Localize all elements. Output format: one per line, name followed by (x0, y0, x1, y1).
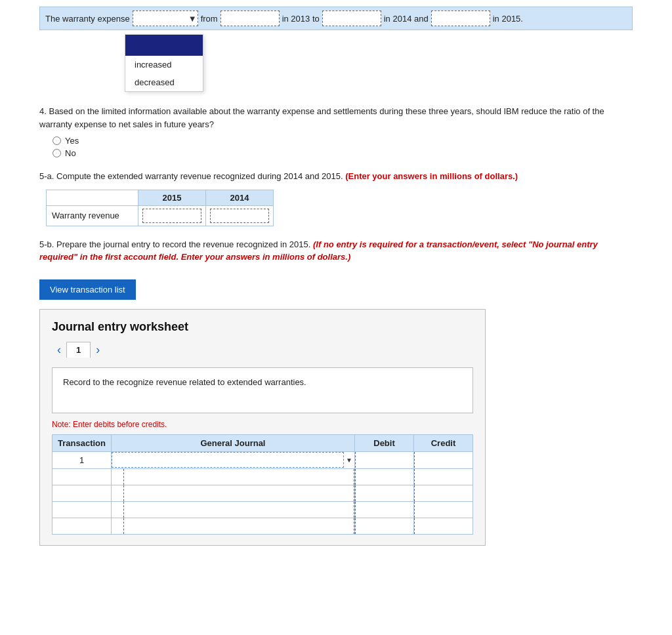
credit-cell-1 (414, 451, 473, 468)
warranty-revenue-2015-input[interactable] (142, 209, 201, 223)
question5b-text: 5-b. Prepare the journal entry to record… (39, 238, 633, 264)
question5b-section: 5-b. Prepare the journal entry to record… (39, 238, 633, 546)
dropdown-item-decreased[interactable]: decreased (125, 73, 203, 91)
radio-no[interactable] (52, 149, 61, 157)
journal-account-cell-3 (112, 485, 355, 501)
page-nav: ‹ 1 › (52, 342, 473, 358)
sentence-in2014and: in 2014 and (384, 14, 429, 24)
warranty-change-select[interactable]: increased decreased (133, 10, 198, 26)
col-2015: 2015 (138, 190, 206, 205)
table-row (52, 518, 473, 534)
transaction-num-1: 1 (52, 451, 112, 468)
journal-account-wrapper-1: ▼ (112, 452, 354, 468)
journal-account-cell-4 (112, 501, 355, 518)
credit-input-5[interactable] (414, 518, 472, 534)
question5a-body: Compute the extended warranty revenue re… (56, 171, 343, 181)
credit-input-2[interactable] (414, 469, 472, 485)
radio-no-label[interactable]: No (52, 148, 633, 158)
debit-cell-1 (355, 451, 414, 468)
question5b-number: 5-b. (39, 239, 54, 249)
table-row (52, 468, 473, 485)
debit-input-3[interactable] (355, 485, 413, 501)
sentence-row: The warranty expense increased decreased… (39, 7, 633, 30)
dropdown-popup-container: increased decreased (125, 34, 633, 92)
journal-account-input-2[interactable] (123, 469, 354, 485)
warranty-revenue-label: Warranty revenue (47, 205, 138, 226)
debit-input-1[interactable] (355, 452, 413, 468)
question4-number: 4. (39, 106, 47, 116)
debit-cell-2 (355, 468, 414, 485)
transaction-num-3 (52, 485, 112, 501)
input-2015-value[interactable] (431, 10, 490, 26)
debit-cell-4 (355, 501, 414, 518)
col-transaction: Transaction (52, 434, 112, 451)
debit-cell-3 (355, 485, 414, 501)
radio-yes-text: Yes (65, 136, 79, 146)
warranty-revenue-2014-input[interactable] (210, 209, 269, 223)
question5a-red: (Enter your answers in millions of dolla… (345, 171, 518, 181)
journal-description-box: Record to the recognize revenue related … (52, 367, 473, 413)
journal-worksheet: Journal entry worksheet ‹ 1 › Record to … (39, 309, 486, 546)
table-row (52, 485, 473, 501)
credit-cell-2 (414, 468, 473, 485)
radio-yes[interactable] (52, 136, 61, 145)
journal-note: Note: Enter debits before credits. (52, 420, 473, 429)
debit-input-5[interactable] (355, 518, 413, 534)
question5b-body: Prepare the journal entry to record the … (56, 239, 310, 249)
dropdown-item-increased[interactable]: increased (125, 56, 203, 73)
radio-no-text: No (65, 148, 76, 158)
warranty-revenue-2015-cell (138, 205, 206, 226)
warranty-table: 2015 2014 Warranty revenue (46, 190, 274, 226)
debit-input-4[interactable] (355, 502, 413, 518)
question4-text: 4. Based on the limited information avai… (39, 105, 633, 131)
col-credit: Credit (414, 434, 473, 451)
sentence-in2015: in 2015. (493, 14, 523, 24)
view-transaction-button[interactable]: View transaction list (39, 279, 136, 300)
sentence-in2013to: in 2013 to (282, 14, 320, 24)
dropdown-popup-header (125, 35, 203, 56)
question4-section: 4. Based on the limited information avai… (39, 105, 633, 158)
journal-title: Journal entry worksheet (52, 320, 473, 334)
warranty-revenue-2014-cell (206, 205, 274, 226)
journal-account-cell-1: ▼ (112, 451, 355, 468)
question4-body: Based on the limited information availab… (39, 106, 604, 129)
sentence-from: from (201, 14, 218, 24)
transaction-num-2 (52, 468, 112, 485)
transaction-num-5 (52, 518, 112, 534)
question5a-text: 5-a. Compute the extended warranty reven… (39, 170, 633, 183)
sentence-part1: The warranty expense (45, 14, 130, 24)
journal-account-input-3[interactable] (123, 485, 354, 501)
debit-cell-5 (355, 518, 414, 534)
page-tab-1[interactable]: 1 (66, 342, 91, 358)
input-2014-value[interactable] (322, 10, 381, 26)
journal-account-cell-5 (112, 518, 355, 534)
journal-description-text: Record to the recognize revenue related … (63, 377, 306, 387)
credit-input-3[interactable] (414, 485, 472, 501)
dropdown-popup: increased decreased (125, 34, 203, 92)
input-2013-value[interactable] (220, 10, 280, 26)
credit-input-1[interactable] (414, 452, 472, 468)
credit-cell-3 (414, 485, 473, 501)
debit-input-2[interactable] (355, 469, 413, 485)
question5a-number: 5-a. (39, 171, 54, 181)
journal-account-input-5[interactable] (123, 518, 354, 534)
table-row: 1 ▼ (52, 451, 473, 468)
journal-account-input-4[interactable] (123, 502, 354, 518)
table-row (52, 501, 473, 518)
radio-yes-label[interactable]: Yes (52, 136, 633, 146)
credit-cell-5 (414, 518, 473, 534)
journal-table: Transaction General Journal Debit Credit… (52, 434, 473, 535)
prev-page-button[interactable]: ‹ (52, 342, 66, 358)
dropdown-wrapper[interactable]: increased decreased ▼ (133, 10, 198, 26)
col-debit: Debit (355, 434, 414, 451)
question5a-section: 5-a. Compute the extended warranty reven… (39, 170, 633, 226)
credit-input-4[interactable] (414, 502, 472, 518)
journal-account-cell-2 (112, 468, 355, 485)
transaction-num-4 (52, 501, 112, 518)
radio-group: Yes No (52, 136, 633, 158)
next-page-button[interactable]: › (91, 342, 105, 358)
credit-cell-4 (414, 501, 473, 518)
col-2014: 2014 (206, 190, 274, 205)
journal-account-input-1[interactable] (112, 452, 344, 468)
journal-dropdown-icon-1: ▼ (344, 457, 354, 464)
